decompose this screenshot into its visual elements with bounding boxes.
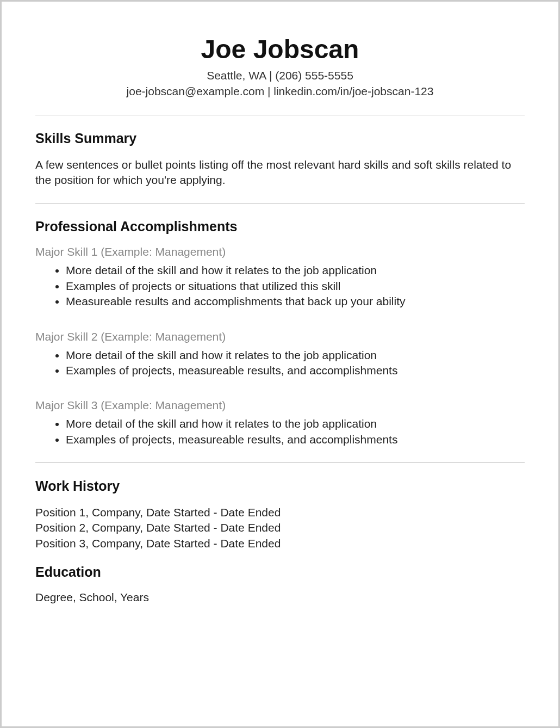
resume-header: Joe Jobscan Seattle, WA | (206) 555-5555… xyxy=(35,34,525,100)
skills-summary-body: A few sentences or bullet points listing… xyxy=(35,157,525,188)
skill-bullets: More detail of the skill and how it rela… xyxy=(35,263,525,309)
work-history-section: Work History Position 1, Company, Date S… xyxy=(35,478,525,551)
list-item: More detail of the skill and how it rela… xyxy=(66,348,525,363)
skill-heading: Major Skill 2 (Example: Management) xyxy=(35,330,525,343)
skill-heading: Major Skill 1 (Example: Management) xyxy=(35,245,525,258)
accomplishments-section: Professional Accomplishments Major Skill… xyxy=(35,219,525,447)
list-item: More detail of the skill and how it rela… xyxy=(66,263,525,278)
contact-line-2: joe-jobscan@example.com | linkedin.com/i… xyxy=(35,83,525,99)
list-item: Examples of projects, measureable result… xyxy=(66,363,525,378)
skill-block: Major Skill 3 (Example: Management) More… xyxy=(35,399,525,447)
education-body: Degree, School, Years xyxy=(35,590,525,605)
contact-line-1: Seattle, WA | (206) 555-5555 xyxy=(35,67,525,83)
divider xyxy=(35,115,525,115)
skill-bullets: More detail of the skill and how it rela… xyxy=(35,348,525,379)
skill-block: Major Skill 1 (Example: Management) More… xyxy=(35,245,525,309)
list-item: Measureable results and accomplishments … xyxy=(66,294,525,309)
person-name: Joe Jobscan xyxy=(35,34,525,64)
list-item: Examples of projects or situations that … xyxy=(66,279,525,294)
list-item: Examples of projects, measureable result… xyxy=(66,432,525,447)
skill-block: Major Skill 2 (Example: Management) More… xyxy=(35,330,525,379)
skills-summary-title: Skills Summary xyxy=(35,131,525,146)
work-history-title: Work History xyxy=(35,478,525,494)
skill-heading: Major Skill 3 (Example: Management) xyxy=(35,399,525,412)
position-line: Position 3, Company, Date Started - Date… xyxy=(35,536,525,551)
skills-summary-section: Skills Summary A few sentences or bullet… xyxy=(35,131,525,188)
divider xyxy=(35,462,525,463)
education-title: Education xyxy=(35,564,525,580)
skill-bullets: More detail of the skill and how it rela… xyxy=(35,416,525,447)
accomplishments-title: Professional Accomplishments xyxy=(35,219,525,235)
list-item: More detail of the skill and how it rela… xyxy=(66,416,525,431)
position-line: Position 2, Company, Date Started - Date… xyxy=(35,520,525,535)
work-history-list: Position 1, Company, Date Started - Date… xyxy=(35,505,525,551)
education-section: Education Degree, School, Years xyxy=(35,564,525,605)
divider xyxy=(35,203,525,203)
resume-page: Joe Jobscan Seattle, WA | (206) 555-5555… xyxy=(0,0,560,728)
position-line: Position 1, Company, Date Started - Date… xyxy=(35,505,525,520)
